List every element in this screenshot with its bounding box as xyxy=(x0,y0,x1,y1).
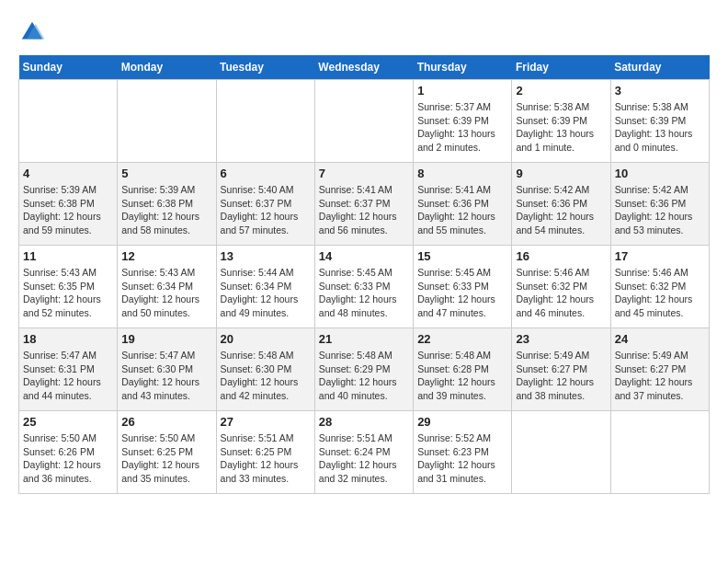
day-info: Sunrise: 5:41 AM Sunset: 6:37 PM Dayligh… xyxy=(319,183,409,237)
day-info: Sunrise: 5:38 AM Sunset: 6:39 PM Dayligh… xyxy=(516,100,606,155)
calendar-cell xyxy=(314,80,413,163)
calendar-cell: 29Sunrise: 5:52 AM Sunset: 6:23 PM Dayli… xyxy=(414,411,512,494)
calendar-cell: 7Sunrise: 5:41 AM Sunset: 6:37 PM Daylig… xyxy=(314,163,413,246)
day-info: Sunrise: 5:49 AM Sunset: 6:27 PM Dayligh… xyxy=(615,349,705,403)
day-number: 7 xyxy=(319,167,409,180)
day-number: 16 xyxy=(516,249,606,263)
day-number: 24 xyxy=(615,332,705,346)
weekday-header-saturday: Saturday xyxy=(610,55,709,80)
calendar-cell: 20Sunrise: 5:48 AM Sunset: 6:30 PM Dayli… xyxy=(216,328,314,411)
week-row-2: 4Sunrise: 5:39 AM Sunset: 6:38 PM Daylig… xyxy=(19,163,710,246)
day-number: 29 xyxy=(417,415,507,429)
day-number: 15 xyxy=(417,249,507,263)
weekday-header-tuesday: Tuesday xyxy=(216,55,314,80)
weekday-header-row: SundayMondayTuesdayWednesdayThursdayFrid… xyxy=(19,55,710,80)
calendar-cell: 5Sunrise: 5:39 AM Sunset: 6:38 PM Daylig… xyxy=(118,163,216,246)
day-number: 25 xyxy=(23,415,113,429)
calendar-cell: 18Sunrise: 5:47 AM Sunset: 6:31 PM Dayli… xyxy=(19,328,118,411)
calendar-cell: 15Sunrise: 5:45 AM Sunset: 6:33 PM Dayli… xyxy=(414,246,512,328)
calendar-cell: 1Sunrise: 5:37 AM Sunset: 6:39 PM Daylig… xyxy=(414,80,512,163)
day-info: Sunrise: 5:37 AM Sunset: 6:39 PM Dayligh… xyxy=(417,100,507,155)
calendar-cell: 27Sunrise: 5:51 AM Sunset: 6:25 PM Dayli… xyxy=(216,411,314,494)
day-number: 28 xyxy=(319,415,409,429)
day-number: 2 xyxy=(516,84,606,98)
day-number: 3 xyxy=(615,84,705,98)
day-info: Sunrise: 5:51 AM Sunset: 6:24 PM Dayligh… xyxy=(319,431,409,486)
calendar-cell xyxy=(19,80,118,163)
calendar-cell: 2Sunrise: 5:38 AM Sunset: 6:39 PM Daylig… xyxy=(512,80,610,163)
day-number: 11 xyxy=(23,249,113,263)
day-info: Sunrise: 5:43 AM Sunset: 6:35 PM Dayligh… xyxy=(23,266,113,320)
day-number: 21 xyxy=(319,332,409,346)
day-info: Sunrise: 5:46 AM Sunset: 6:32 PM Dayligh… xyxy=(516,266,606,320)
weekday-header-monday: Monday xyxy=(118,55,216,80)
day-number: 13 xyxy=(221,249,311,263)
calendar-cell: 4Sunrise: 5:39 AM Sunset: 6:38 PM Daylig… xyxy=(19,163,118,246)
day-info: Sunrise: 5:49 AM Sunset: 6:27 PM Dayligh… xyxy=(516,349,606,403)
day-number: 27 xyxy=(221,415,311,429)
calendar-cell: 24Sunrise: 5:49 AM Sunset: 6:27 PM Dayli… xyxy=(610,328,709,411)
calendar-cell: 11Sunrise: 5:43 AM Sunset: 6:35 PM Dayli… xyxy=(19,246,118,328)
page-header xyxy=(18,18,710,46)
day-number: 4 xyxy=(23,167,113,180)
day-number: 8 xyxy=(417,167,507,180)
calendar-cell: 19Sunrise: 5:47 AM Sunset: 6:30 PM Dayli… xyxy=(118,328,216,411)
day-info: Sunrise: 5:43 AM Sunset: 6:34 PM Dayligh… xyxy=(121,266,211,320)
day-number: 6 xyxy=(221,167,311,180)
calendar-cell: 6Sunrise: 5:40 AM Sunset: 6:37 PM Daylig… xyxy=(216,163,314,246)
day-number: 26 xyxy=(121,415,211,429)
calendar-cell: 17Sunrise: 5:46 AM Sunset: 6:32 PM Dayli… xyxy=(610,246,709,328)
day-info: Sunrise: 5:48 AM Sunset: 6:30 PM Dayligh… xyxy=(221,349,311,403)
day-number: 19 xyxy=(121,332,211,346)
weekday-header-friday: Friday xyxy=(512,55,610,80)
week-row-4: 18Sunrise: 5:47 AM Sunset: 6:31 PM Dayli… xyxy=(19,328,710,411)
day-info: Sunrise: 5:42 AM Sunset: 6:36 PM Dayligh… xyxy=(516,183,606,237)
day-info: Sunrise: 5:41 AM Sunset: 6:36 PM Dayligh… xyxy=(417,183,507,237)
day-number: 22 xyxy=(417,332,507,346)
week-row-3: 11Sunrise: 5:43 AM Sunset: 6:35 PM Dayli… xyxy=(19,246,710,328)
day-number: 20 xyxy=(221,332,311,346)
day-info: Sunrise: 5:47 AM Sunset: 6:31 PM Dayligh… xyxy=(23,349,113,403)
day-number: 18 xyxy=(23,332,113,346)
day-number: 9 xyxy=(516,167,606,180)
day-info: Sunrise: 5:48 AM Sunset: 6:29 PM Dayligh… xyxy=(319,349,409,403)
calendar-cell xyxy=(118,80,216,163)
calendar-table: SundayMondayTuesdayWednesdayThursdayFrid… xyxy=(18,55,710,494)
day-number: 17 xyxy=(615,249,705,263)
weekday-header-sunday: Sunday xyxy=(19,55,118,80)
calendar-cell: 23Sunrise: 5:49 AM Sunset: 6:27 PM Dayli… xyxy=(512,328,610,411)
calendar-cell: 28Sunrise: 5:51 AM Sunset: 6:24 PM Dayli… xyxy=(314,411,413,494)
calendar-cell: 25Sunrise: 5:50 AM Sunset: 6:26 PM Dayli… xyxy=(19,411,118,494)
calendar-cell: 3Sunrise: 5:38 AM Sunset: 6:39 PM Daylig… xyxy=(610,80,709,163)
calendar-cell: 9Sunrise: 5:42 AM Sunset: 6:36 PM Daylig… xyxy=(512,163,610,246)
calendar-cell: 14Sunrise: 5:45 AM Sunset: 6:33 PM Dayli… xyxy=(314,246,413,328)
day-info: Sunrise: 5:45 AM Sunset: 6:33 PM Dayligh… xyxy=(417,266,507,320)
day-info: Sunrise: 5:45 AM Sunset: 6:33 PM Dayligh… xyxy=(319,266,409,320)
day-number: 5 xyxy=(121,167,211,180)
week-row-1: 1Sunrise: 5:37 AM Sunset: 6:39 PM Daylig… xyxy=(19,80,710,163)
calendar-cell: 26Sunrise: 5:50 AM Sunset: 6:25 PM Dayli… xyxy=(118,411,216,494)
calendar-cell: 10Sunrise: 5:42 AM Sunset: 6:36 PM Dayli… xyxy=(610,163,709,246)
day-number: 23 xyxy=(516,332,606,346)
week-row-5: 25Sunrise: 5:50 AM Sunset: 6:26 PM Dayli… xyxy=(19,411,710,494)
logo-icon xyxy=(18,18,46,46)
day-number: 1 xyxy=(417,84,507,98)
calendar-cell: 12Sunrise: 5:43 AM Sunset: 6:34 PM Dayli… xyxy=(118,246,216,328)
calendar-cell: 13Sunrise: 5:44 AM Sunset: 6:34 PM Dayli… xyxy=(216,246,314,328)
weekday-header-wednesday: Wednesday xyxy=(314,55,413,80)
day-info: Sunrise: 5:47 AM Sunset: 6:30 PM Dayligh… xyxy=(121,349,211,403)
logo xyxy=(18,18,50,46)
calendar-cell: 8Sunrise: 5:41 AM Sunset: 6:36 PM Daylig… xyxy=(414,163,512,246)
day-info: Sunrise: 5:50 AM Sunset: 6:25 PM Dayligh… xyxy=(121,431,211,486)
day-info: Sunrise: 5:51 AM Sunset: 6:25 PM Dayligh… xyxy=(221,431,311,486)
day-info: Sunrise: 5:38 AM Sunset: 6:39 PM Dayligh… xyxy=(615,100,705,155)
day-number: 12 xyxy=(121,249,211,263)
weekday-header-thursday: Thursday xyxy=(414,55,512,80)
day-info: Sunrise: 5:39 AM Sunset: 6:38 PM Dayligh… xyxy=(121,183,211,237)
calendar-cell: 21Sunrise: 5:48 AM Sunset: 6:29 PM Dayli… xyxy=(314,328,413,411)
calendar-cell: 16Sunrise: 5:46 AM Sunset: 6:32 PM Dayli… xyxy=(512,246,610,328)
day-info: Sunrise: 5:40 AM Sunset: 6:37 PM Dayligh… xyxy=(221,183,311,237)
day-info: Sunrise: 5:50 AM Sunset: 6:26 PM Dayligh… xyxy=(23,431,113,486)
day-info: Sunrise: 5:42 AM Sunset: 6:36 PM Dayligh… xyxy=(615,183,705,237)
day-info: Sunrise: 5:52 AM Sunset: 6:23 PM Dayligh… xyxy=(417,431,507,486)
